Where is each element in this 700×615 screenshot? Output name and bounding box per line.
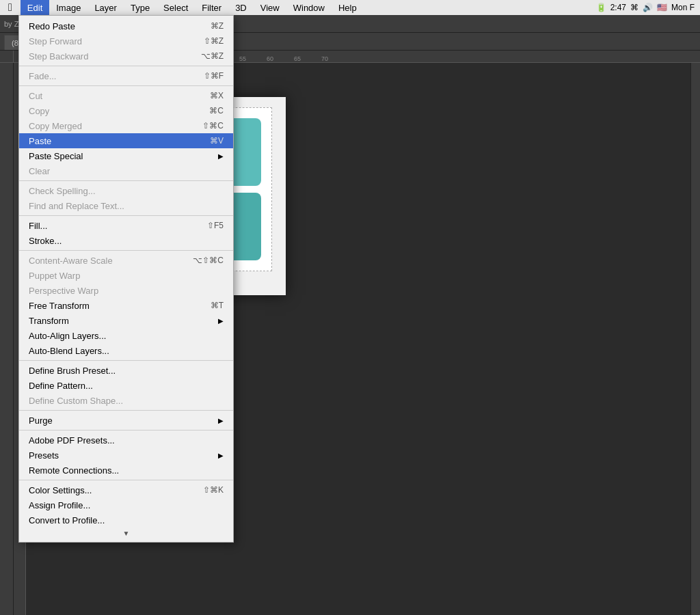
menu-define-custom-shape[interactable]: Define Custom Shape... xyxy=(19,393,233,408)
separator-5 xyxy=(19,250,233,251)
menu-define-brush[interactable]: Define Brush Preset... xyxy=(19,363,233,378)
menu-puppet-warp[interactable]: Puppet Warp xyxy=(19,268,233,283)
menu-stroke[interactable]: Stroke... xyxy=(19,233,233,248)
separator-3 xyxy=(19,180,233,181)
menu-cut[interactable]: Cut ⌘X xyxy=(19,88,233,103)
remote-connections-label: Remote Connections... xyxy=(29,465,119,476)
separator-9 xyxy=(19,480,233,480)
separator-7 xyxy=(19,410,233,411)
menu-help[interactable]: Help xyxy=(332,0,364,15)
menu-copy-merged[interactable]: Copy Merged ⇧⌘C xyxy=(19,118,233,133)
fade-label: Fade... xyxy=(29,71,56,81)
free-transform-label: Free Transform xyxy=(29,301,90,311)
copy-label: Copy xyxy=(29,106,49,116)
find-replace-label: Find and Replace Text... xyxy=(29,201,124,211)
separator-6 xyxy=(19,360,233,361)
menu-adobe-pdf-presets[interactable]: Adobe PDF Presets... xyxy=(19,433,233,448)
menu-step-backward[interactable]: Step Backward ⌥⌘Z xyxy=(19,49,233,64)
menu-redo-paste[interactable]: Redo Paste ⌘Z xyxy=(19,18,233,33)
menu-find-replace[interactable]: Find and Replace Text... xyxy=(19,198,233,213)
define-custom-shape-label: Define Custom Shape... xyxy=(29,396,123,406)
step-backward-shortcut: ⌥⌘Z xyxy=(201,51,224,61)
menu-paste-special[interactable]: Paste Special ▶ xyxy=(19,148,233,163)
copy-merged-shortcut: ⇧⌘C xyxy=(202,121,224,131)
fade-shortcut: ⇧⌘F xyxy=(204,71,224,81)
content-aware-shortcut: ⌥⇧⌘C xyxy=(193,256,224,265)
define-pattern-label: Define Pattern... xyxy=(29,381,93,391)
menu-type[interactable]: Type xyxy=(124,0,157,15)
menu-bar-left:  Edit Image Layer Type Select Filter 3D… xyxy=(0,0,364,15)
copy-shortcut: ⌘C xyxy=(209,106,224,115)
scroll-down-arrow[interactable]: ▼ xyxy=(19,528,233,539)
copy-merged-label: Copy Merged xyxy=(29,121,82,131)
separator-1 xyxy=(19,66,233,66)
menu-convert-to-profile[interactable]: Convert to Profile... xyxy=(19,512,233,528)
separator-2 xyxy=(19,85,233,86)
volume-icon: 🔊 xyxy=(643,3,653,12)
perspective-warp-label: Perspective Warp xyxy=(29,286,98,296)
presets-arrow: ▶ xyxy=(218,452,224,459)
menu-auto-blend-layers[interactable]: Auto-Blend Layers... xyxy=(19,343,233,358)
cut-label: Cut xyxy=(29,91,42,101)
menu-content-aware-scale[interactable]: Content-Aware Scale ⌥⇧⌘C xyxy=(19,253,233,268)
edit-dropdown-menu: Redo Paste ⌘Z Step Forward ⇧⌘Z Step Back… xyxy=(18,15,234,543)
separator-4 xyxy=(19,215,233,216)
paste-special-arrow: ▶ xyxy=(218,152,224,160)
adobe-pdf-presets-label: Adobe PDF Presets... xyxy=(29,435,115,446)
content-aware-scale-label: Content-Aware Scale xyxy=(29,256,113,266)
menu-copy[interactable]: Copy ⌘C xyxy=(19,103,233,118)
menu-3d[interactable]: 3D xyxy=(228,0,254,15)
menu-fill[interactable]: Fill... ⇧F5 xyxy=(19,218,233,233)
transform-arrow: ▶ xyxy=(218,317,224,325)
paste-label: Paste xyxy=(29,136,51,146)
paste-shortcut: ⌘V xyxy=(210,136,224,146)
menu-free-transform[interactable]: Free Transform ⌘T xyxy=(19,298,233,313)
menu-view[interactable]: View xyxy=(254,0,286,15)
ruler-mark-70: 70 xyxy=(321,55,328,62)
color-settings-label: Color Settings... xyxy=(29,485,92,495)
auto-blend-label: Auto-Blend Layers... xyxy=(29,346,109,356)
wifi-icon: ⌘ xyxy=(630,3,638,12)
menu-layer[interactable]: Layer xyxy=(88,0,124,15)
menu-remote-connections[interactable]: Remote Connections... xyxy=(19,463,233,478)
menu-auto-align-layers[interactable]: Auto-Align Layers... xyxy=(19,328,233,343)
menu-fade[interactable]: Fade... ⇧⌘F xyxy=(19,68,233,83)
menu-step-forward[interactable]: Step Forward ⇧⌘Z xyxy=(19,33,233,49)
menu-purge[interactable]: Purge ▶ xyxy=(19,413,233,428)
ruler-corner xyxy=(0,51,14,63)
menu-window[interactable]: Window xyxy=(286,0,332,15)
define-brush-label: Define Brush Preset... xyxy=(29,366,116,376)
flag-icon: 🇺🇸 xyxy=(657,3,667,12)
battery-icon: 🔋 xyxy=(596,3,606,12)
free-transform-shortcut: ⌘T xyxy=(211,301,224,310)
ruler-mark-55: 55 xyxy=(239,55,246,62)
cut-shortcut: ⌘X xyxy=(210,91,224,100)
menu-perspective-warp[interactable]: Perspective Warp xyxy=(19,283,233,298)
menu-presets[interactable]: Presets ▶ xyxy=(19,448,233,463)
puppet-warp-label: Puppet Warp xyxy=(29,271,80,281)
menu-check-spelling[interactable]: Check Spelling... xyxy=(19,183,233,198)
apple-menu[interactable]:  xyxy=(0,0,21,15)
presets-label: Presets xyxy=(29,450,59,461)
fill-shortcut: ⇧F5 xyxy=(207,221,224,230)
menu-assign-profile[interactable]: Assign Profile... xyxy=(19,497,233,512)
menu-edit[interactable]: Edit xyxy=(21,0,49,15)
step-backward-label: Step Backward xyxy=(29,51,88,62)
menu-bar-right: 🔋 2:47 ⌘ 🔊 🇺🇸 Mon F xyxy=(596,3,700,12)
color-settings-shortcut: ⇧⌘K xyxy=(203,485,224,495)
menu-clear[interactable]: Clear xyxy=(19,163,233,178)
menu-define-pattern[interactable]: Define Pattern... xyxy=(19,378,233,393)
paste-special-label: Paste Special xyxy=(29,151,83,161)
menu-image[interactable]: Image xyxy=(49,0,88,15)
menu-color-settings[interactable]: Color Settings... ⇧⌘K xyxy=(19,482,233,497)
assign-profile-label: Assign Profile... xyxy=(29,500,90,510)
redo-paste-label: Redo Paste xyxy=(29,21,75,31)
mac-menu-bar:  Edit Image Layer Type Select Filter 3D… xyxy=(0,0,700,15)
purge-arrow: ▶ xyxy=(218,417,224,424)
menu-select[interactable]: Select xyxy=(157,0,195,15)
menu-paste[interactable]: Paste ⌘V xyxy=(19,133,233,148)
menu-filter[interactable]: Filter xyxy=(195,0,228,15)
ruler-mark-65: 65 xyxy=(294,55,301,62)
left-toolbar xyxy=(0,63,14,615)
menu-transform[interactable]: Transform ▶ xyxy=(19,313,233,328)
